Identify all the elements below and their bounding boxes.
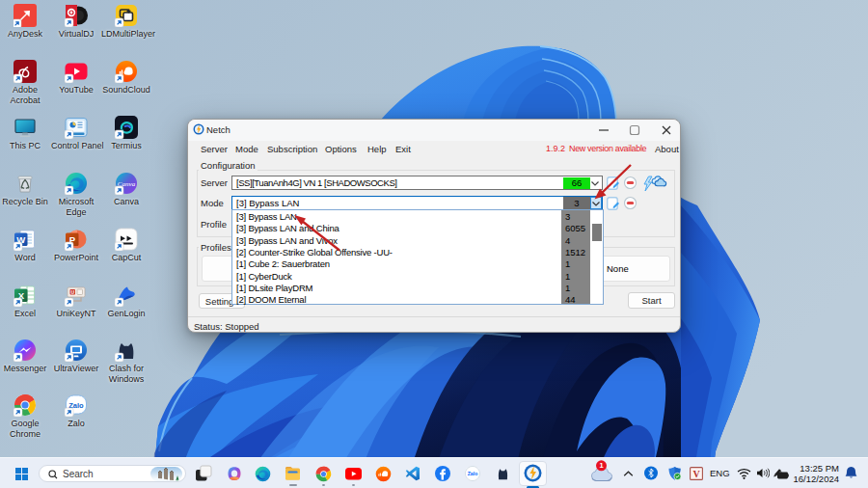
svg-text:V: V xyxy=(692,469,700,479)
svg-text:Zalo: Zalo xyxy=(468,471,478,476)
svg-text:U: U xyxy=(70,289,74,295)
svg-text:1: 1 xyxy=(599,461,603,470)
